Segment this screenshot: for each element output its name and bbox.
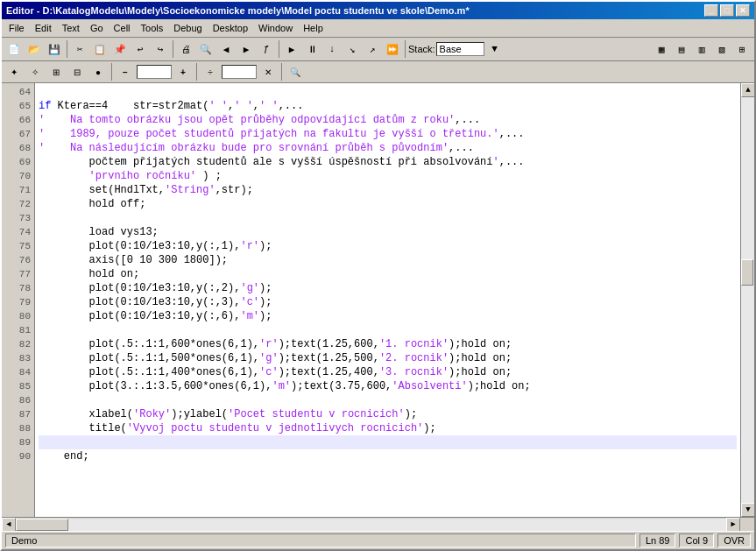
menu-item-desktop[interactable]: Desktop xyxy=(208,21,253,35)
vertical-scrollbar[interactable]: ▲ ▼ xyxy=(740,83,754,517)
close-zoom-btn[interactable]: ✕ xyxy=(258,63,278,81)
breakpoint-btn[interactable]: ● xyxy=(88,63,108,81)
title-bar: Editor - D:\KatalogModelu\Modely\Socioek… xyxy=(2,2,754,19)
code-line: plot(.5:.1:1,400*ones(6,1),'c');text(1.2… xyxy=(39,365,737,379)
menu-item-edit[interactable]: Edit xyxy=(30,21,57,35)
line-number: 67 xyxy=(5,127,31,141)
maximize-button[interactable]: □ xyxy=(720,4,734,17)
run-button[interactable]: ▶ xyxy=(282,39,301,59)
scroll-down-btn[interactable]: ▼ xyxy=(741,503,754,517)
code-line: plot(0:10/1e3:10,y(:,1),'r'); xyxy=(39,239,737,253)
scroll-up-btn[interactable]: ▲ xyxy=(741,83,754,97)
step-out-button[interactable]: ↗ xyxy=(363,39,382,59)
line-number: 83 xyxy=(5,351,31,365)
layout-btn1[interactable]: ▦ xyxy=(652,39,671,59)
plus-btn[interactable]: + xyxy=(173,63,193,81)
open-button[interactable]: 📂 xyxy=(25,39,44,59)
code-line: plot(3.:.1:3.5,600*ones(6,1),'m');text(3… xyxy=(39,379,737,393)
sep7 xyxy=(281,63,282,81)
scroll-track-v[interactable] xyxy=(741,97,754,503)
scroll-track-h[interactable] xyxy=(16,519,726,531)
layout-btn3[interactable]: ▥ xyxy=(692,39,711,59)
find-button[interactable]: 🔍 xyxy=(196,39,215,59)
minus-btn[interactable]: − xyxy=(116,63,135,81)
code-line: ' 1989, pouze počet studentů přijatých n… xyxy=(39,127,737,141)
line-number: 68 xyxy=(5,141,31,155)
search-icon[interactable]: 🔍 xyxy=(286,63,305,81)
t2-btn1[interactable]: ✦ xyxy=(4,63,24,81)
status-file: Demo xyxy=(5,533,636,547)
redo-button[interactable]: ↪ xyxy=(151,39,170,59)
menu-item-text[interactable]: Text xyxy=(57,21,85,35)
fontsize-input[interactable]: 1.0 xyxy=(137,65,172,79)
line-number: 72 xyxy=(5,197,31,211)
line-number: 64 xyxy=(5,85,31,99)
line-number: 69 xyxy=(5,155,31,169)
step-button[interactable]: ↓ xyxy=(322,39,342,59)
menu-item-debug[interactable]: Debug xyxy=(168,21,207,35)
window-title: Editor - D:\KatalogModelu\Modely\Socioek… xyxy=(6,5,470,16)
scrollbar-corner xyxy=(740,518,754,532)
menu-item-window[interactable]: Window xyxy=(253,21,298,35)
fx-button[interactable]: ƒ xyxy=(257,39,276,59)
scroll-thumb-h[interactable] xyxy=(16,519,68,531)
menu-item-go[interactable]: Go xyxy=(85,21,109,35)
new-button[interactable]: 📄 xyxy=(4,39,24,59)
t2-btn4[interactable]: ⊟ xyxy=(67,63,87,81)
line-numbers: 6465666768697071727374757677787980818283… xyxy=(2,83,35,517)
menu-item-file[interactable]: File xyxy=(4,21,30,35)
prev-button[interactable]: ◀ xyxy=(216,39,236,59)
code-area[interactable]: if Ktera==4 str=str2mat(' ',' ',' ',...'… xyxy=(35,83,740,517)
sep2 xyxy=(173,40,173,58)
sep5 xyxy=(111,63,112,81)
code-line xyxy=(39,393,737,407)
t2-btn3[interactable]: ⊞ xyxy=(46,63,66,81)
continue-button[interactable]: ⏩ xyxy=(383,39,402,59)
code-line xyxy=(39,211,737,225)
layout-btn4[interactable]: ▧ xyxy=(712,39,731,59)
layout-btn2[interactable]: ▤ xyxy=(672,39,691,59)
save-button[interactable]: 💾 xyxy=(45,39,64,59)
undo-button[interactable]: ↩ xyxy=(131,39,150,59)
stack-input[interactable] xyxy=(436,42,484,56)
copy-button[interactable]: 📋 xyxy=(90,39,110,59)
line-number: 80 xyxy=(5,309,31,323)
sep6 xyxy=(196,63,197,81)
next-button[interactable]: ▶ xyxy=(237,39,256,59)
code-line: end; xyxy=(39,449,737,463)
sep1 xyxy=(67,40,67,58)
div-btn[interactable]: ÷ xyxy=(201,63,220,81)
scroll-thumb-v[interactable] xyxy=(741,259,753,286)
line-number: 65 xyxy=(5,99,31,113)
zoom-input[interactable]: 1.1 xyxy=(222,65,257,79)
scroll-right-btn[interactable]: ► xyxy=(726,518,740,532)
line-number: 78 xyxy=(5,281,31,295)
menu-item-tools[interactable]: Tools xyxy=(136,21,169,35)
horizontal-scrollbar[interactable]: ◄ ► xyxy=(2,517,754,531)
scroll-left-btn[interactable]: ◄ xyxy=(2,518,16,532)
line-number: 71 xyxy=(5,183,31,197)
t2-btn2[interactable]: ✧ xyxy=(25,63,45,81)
title-bar-buttons: _ □ ✕ xyxy=(704,4,750,17)
editor-window: Editor - D:\KatalogModelu\Modely\Socioek… xyxy=(0,0,756,551)
code-line: plot(.5:.1:1,500*ones(6,1),'g');text(1.2… xyxy=(39,351,737,365)
menu-item-help[interactable]: Help xyxy=(298,21,329,35)
line-number: 79 xyxy=(5,295,31,309)
cut-button[interactable]: ✂ xyxy=(70,39,89,59)
close-button[interactable]: ✕ xyxy=(736,4,750,17)
status-ovr: OVR xyxy=(717,533,751,547)
line-number: 66 xyxy=(5,113,31,127)
step-in-button[interactable]: ↘ xyxy=(343,39,362,59)
toolbar-1: 📄 📂 💾 ✂ 📋 📌 ↩ ↪ 🖨 🔍 ◀ ▶ ƒ ▶ ⏸ ↓ ↘ ↗ ⏩ St… xyxy=(2,38,754,61)
stack-dropdown[interactable]: ▼ xyxy=(485,39,505,59)
print-button[interactable]: 🖨 xyxy=(176,39,195,59)
minimize-button[interactable]: _ xyxy=(704,4,718,17)
code-line: plot(0:10/1e3:10,y(:,6),'m'); xyxy=(39,309,737,323)
debug-button[interactable]: ⏸ xyxy=(302,39,321,59)
paste-button[interactable]: 📌 xyxy=(110,39,130,59)
line-number: 86 xyxy=(5,393,31,407)
layout-btn5[interactable]: ⊞ xyxy=(732,39,752,59)
line-number: 82 xyxy=(5,337,31,351)
code-line xyxy=(39,85,737,99)
menu-item-cell[interactable]: Cell xyxy=(109,21,136,35)
